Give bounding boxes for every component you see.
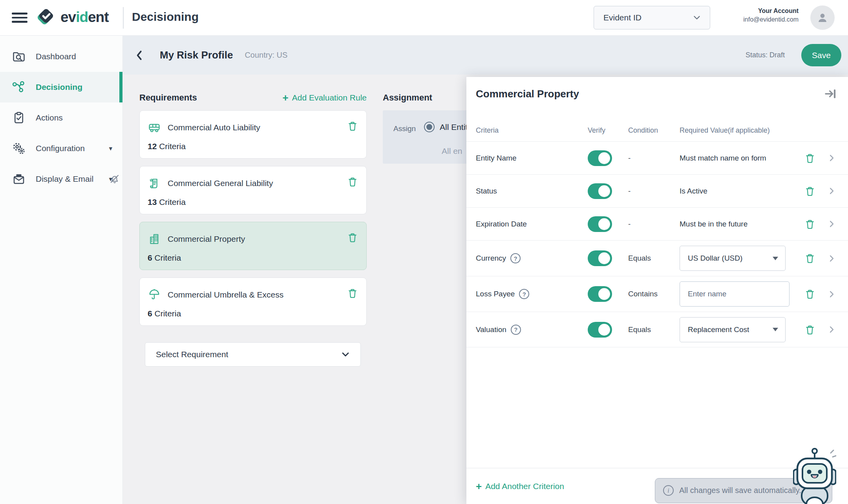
chevron-down-icon[interactable]: ▾	[109, 175, 112, 183]
select-requirement-dropdown[interactable]: Select Requirement	[145, 342, 361, 367]
brand-logo[interactable]: evident	[34, 5, 109, 29]
avatar[interactable]	[810, 5, 835, 30]
loss-payee-input[interactable]	[680, 281, 790, 307]
criteria-rows: Entity Name - Must match name on form St…	[466, 141, 848, 468]
add-evaluation-rule-button[interactable]: + Add Evaluation Rule	[283, 93, 367, 103]
criteria-count: 12 Criteria	[148, 142, 186, 151]
verify-toggle[interactable]	[588, 183, 612, 199]
condition-value: Contains	[628, 290, 680, 298]
criteria-count: 13 Criteria	[148, 197, 186, 207]
trash-icon[interactable]	[804, 218, 816, 230]
required-value-text: Must be in the future	[680, 220, 747, 228]
criterion-row-expiration-date: Expiration Date - Must be in the future	[466, 207, 848, 240]
requirement-card-general-liability[interactable]: Commercial General Liability 13 Criteria	[139, 166, 367, 214]
risk-profile-bar: My Risk Profile Country: US Status: Draf…	[123, 36, 848, 75]
hamburger-menu-icon[interactable]	[12, 11, 27, 24]
trash-icon[interactable]	[347, 232, 358, 243]
condition-value: Equals	[628, 254, 680, 263]
folder-search-icon	[12, 49, 26, 64]
back-button[interactable]	[132, 47, 147, 63]
chevron-right-icon[interactable]	[826, 186, 837, 196]
trash-icon[interactable]	[804, 185, 816, 197]
sidebar-item-label: Configuration	[36, 144, 85, 153]
collapse-panel-icon[interactable]	[824, 87, 837, 100]
chevron-right-icon[interactable]	[826, 253, 837, 264]
sidebar-item-label: Actions	[36, 113, 63, 122]
profile-title: My Risk Profile	[160, 49, 233, 61]
requirement-title: Commercial Auto Liability	[168, 123, 260, 132]
requirement-card-umbrella-excess[interactable]: Commercial Umbrella & Excess 6 Criteria	[139, 278, 367, 326]
sidebar-item-decisioning[interactable]: Decisioning	[0, 72, 122, 102]
requirement-title: Commercial Umbrella & Excess	[168, 290, 283, 299]
currency-select[interactable]: US Dollar (USD)	[680, 246, 786, 271]
status-badge: Status: Draft	[746, 51, 785, 59]
profile-country: Country: US	[245, 51, 287, 60]
chevron-right-icon[interactable]	[826, 219, 837, 229]
criteria-table-header: Criteria Verify Condition Required Value…	[466, 126, 848, 135]
chevron-right-icon[interactable]	[826, 153, 837, 163]
criterion-row-currency: Currency? Equals US Dollar (USD)	[466, 240, 848, 276]
help-icon[interactable]: ?	[519, 289, 529, 299]
trash-icon[interactable]	[347, 176, 358, 188]
radio-label: All Entiti	[440, 122, 470, 132]
criteria-panel: Commercial Property Criteria Verify Cond…	[466, 77, 848, 504]
sidebar-item-label: Display & Email	[36, 174, 93, 184]
sidebar-item-display-email[interactable]: Display & Email ▾	[0, 164, 122, 194]
chevron-right-icon[interactable]	[826, 289, 837, 299]
caret-down-icon	[773, 328, 778, 331]
help-icon[interactable]: ?	[511, 325, 521, 335]
trash-icon[interactable]	[347, 287, 358, 299]
requirements-section: Requirements + Add Evaluation Rule Comme…	[139, 93, 367, 367]
help-icon[interactable]: ?	[510, 253, 521, 263]
valuation-select[interactable]: Replacement Cost	[680, 317, 786, 342]
envelope-icon	[12, 172, 26, 186]
sidebar-item-dashboard[interactable]: Dashboard	[0, 41, 122, 72]
chevron-left-icon	[133, 49, 145, 62]
gears-icon	[12, 141, 26, 155]
column-criteria: Criteria	[476, 126, 588, 135]
verify-toggle[interactable]	[588, 322, 612, 338]
trash-icon[interactable]	[804, 288, 816, 300]
account-switcher-dropdown[interactable]: Evident ID	[594, 6, 710, 29]
assign-label: Assign	[393, 124, 416, 133]
column-required-value: Required Value(if applicable)	[680, 126, 839, 135]
trash-icon[interactable]	[804, 152, 816, 164]
sidebar-item-configuration[interactable]: Configuration ▾	[0, 133, 122, 164]
page-title: Decisioning	[132, 10, 199, 24]
assistant-robot-icon[interactable]	[793, 447, 836, 504]
criterion-row-entity-name: Entity Name - Must match name on form	[466, 141, 848, 174]
panel-title: Commercial Property	[476, 88, 579, 100]
sidebar-item-label: Decisioning	[36, 82, 82, 92]
verify-toggle[interactable]	[588, 216, 612, 232]
evident-logo-icon	[34, 5, 57, 29]
trash-icon[interactable]	[347, 120, 358, 132]
assignment-note: All en	[442, 146, 462, 156]
criteria-count: 6 Criteria	[148, 309, 181, 318]
requirement-title: Commercial General Liability	[168, 179, 273, 188]
column-condition: Condition	[628, 126, 680, 135]
verify-toggle[interactable]	[588, 150, 612, 166]
requirement-card-property[interactable]: Commercial Property 6 Criteria	[139, 222, 367, 270]
trash-icon[interactable]	[804, 324, 816, 336]
verify-toggle[interactable]	[588, 286, 612, 302]
account-name: Your Account	[743, 7, 799, 15]
condition-value: -	[628, 220, 680, 228]
panel-footer: + Add Another Criterion i All changes wi…	[466, 468, 848, 504]
info-icon: i	[663, 485, 674, 496]
header-divider	[123, 7, 124, 29]
top-bar: evident Decisioning Evident ID Your Acco…	[0, 0, 848, 36]
verify-toggle[interactable]	[588, 250, 612, 266]
caret-down-icon	[773, 257, 778, 260]
trash-icon[interactable]	[804, 252, 816, 264]
plus-icon: +	[476, 481, 482, 491]
add-another-criterion-button[interactable]: + Add Another Criterion	[476, 481, 564, 491]
all-entities-radio[interactable]	[424, 122, 435, 132]
requirement-card-auto-liability[interactable]: Commercial Auto Liability 12 Criteria	[139, 110, 367, 159]
certificate-scroll-icon	[148, 177, 161, 190]
chevron-down-icon[interactable]: ▾	[109, 144, 112, 153]
chevron-right-icon[interactable]	[826, 324, 837, 335]
criteria-count: 6 Criteria	[148, 253, 181, 263]
person-icon	[815, 10, 830, 25]
sidebar-item-actions[interactable]: Actions	[0, 102, 122, 133]
save-button[interactable]: Save	[801, 44, 841, 66]
